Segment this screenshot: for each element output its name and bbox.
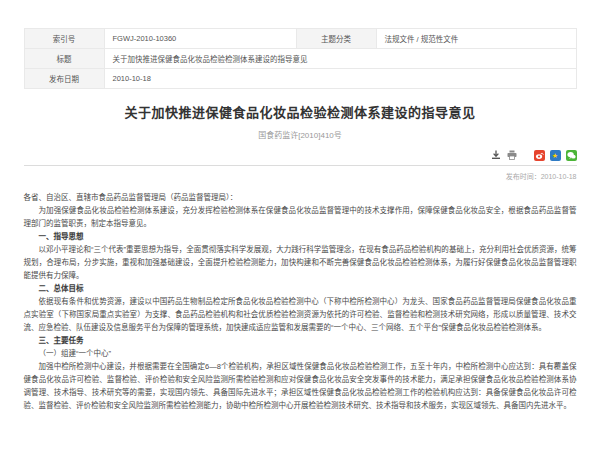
document-page: 索引号 FGWJ-2010-10360 主题分类 法规文件 / 规范性文件 标题…: [24, 0, 577, 412]
meta-label-topic-category: 主题分类: [296, 29, 376, 49]
paragraph: 为加强保健食品化妆品检验检测体系建设，充分发挥检验检测体系在保健食品化妆品监督管…: [24, 204, 577, 230]
download-icon[interactable]: [491, 150, 502, 161]
paragraph: 加强中检所检测中心建设，并根据需要在全国确定6—8个检验机构，承担区域性保健食品…: [24, 360, 577, 412]
paragraph: 依据现有条件和优势资源，建设以中国药品生物制品检定所食品化妆品检验检测中心（下称…: [24, 295, 577, 334]
document-number: 国食药监许[2010]410号: [24, 129, 577, 140]
meta-label-title: 标题: [24, 49, 104, 69]
print-icon[interactable]: [507, 150, 518, 161]
meta-value-publish-date: 2010-10-18: [104, 69, 576, 89]
table-row: 标题 关于加快推进保健食品化妆品检验检测体系建设的指导意见: [24, 49, 576, 69]
meta-label-publish-date: 发布日期: [24, 69, 104, 89]
section-heading: 三、主要任务: [24, 334, 577, 347]
qzone-share-icon[interactable]: ★: [550, 150, 561, 161]
sub-heading: （一）组建“一个中心”: [24, 347, 577, 360]
document-body: 各省、自治区、直辖市食品药品监督管理局（药品监督管理局）： 为加强保健食品化妆品…: [24, 191, 577, 412]
publish-time: 发布时间：2010-10-18: [24, 171, 577, 181]
paragraph: 各省、自治区、直辖市食品药品监督管理局（药品监督管理局）：: [24, 191, 577, 204]
section-heading: 一、指导思想: [24, 230, 577, 243]
meta-label-index-number: 索引号: [24, 29, 104, 49]
page-title: 关于加快推进保健食品化妆品检验检测体系建设的指导意见: [24, 102, 577, 121]
section-heading: 二、总体目标: [24, 282, 577, 295]
meta-value-index-number: FGWJ-2010-10360: [104, 29, 296, 49]
header-divider: [24, 165, 577, 166]
wechat-share-icon[interactable]: [566, 150, 577, 161]
share-toolbar: ★: [24, 149, 577, 161]
meta-value-title: 关于加快推进保健食品化妆品检验检测体系建设的指导意见: [104, 49, 576, 69]
table-row: 索引号 FGWJ-2010-10360 主题分类 法规文件 / 规范性文件: [24, 29, 576, 49]
table-row: 发布日期 2010-10-18: [24, 69, 576, 89]
weibo-share-icon[interactable]: [534, 150, 545, 161]
document-meta-table: 索引号 FGWJ-2010-10360 主题分类 法规文件 / 规范性文件 标题…: [24, 28, 577, 89]
meta-value-topic-category: 法规文件 / 规范性文件: [376, 29, 576, 49]
paragraph: 以邓小平理论和“三个代表”重要思想为指导，全面贯彻落实科学发展观，大力践行科学监…: [24, 243, 577, 282]
